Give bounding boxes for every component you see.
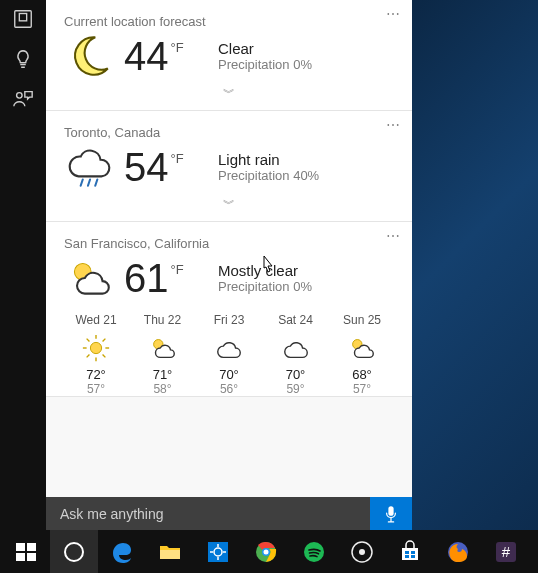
firefox-icon xyxy=(446,540,470,564)
edge-button[interactable] xyxy=(98,530,146,573)
svg-point-23 xyxy=(65,543,83,561)
partly-cloudy-icon xyxy=(347,333,377,363)
chrome-button[interactable] xyxy=(242,530,290,573)
chevron-down-icon[interactable]: ︾ xyxy=(64,85,394,102)
cortana-icon xyxy=(62,540,86,564)
media-button[interactable] xyxy=(338,530,386,573)
desktop-background[interactable] xyxy=(412,0,538,530)
partly-cloudy-icon xyxy=(148,333,178,363)
rain-icon xyxy=(64,142,114,192)
svg-rect-39 xyxy=(405,555,409,558)
svg-rect-37 xyxy=(405,551,409,554)
forecast-day[interactable]: Fri 23 70° 56° xyxy=(199,313,259,396)
forecast-day[interactable]: Sun 25 68° 57° xyxy=(332,313,392,396)
bulb-icon[interactable] xyxy=(12,48,34,70)
hash-icon: # xyxy=(494,540,518,564)
svg-text:#: # xyxy=(502,543,511,560)
partly-cloudy-icon xyxy=(64,253,114,303)
file-explorer-button[interactable] xyxy=(146,530,194,573)
svg-rect-1 xyxy=(19,14,26,21)
temperature-unit: °F xyxy=(171,262,184,277)
store-button[interactable] xyxy=(386,530,434,573)
windows-icon xyxy=(14,540,38,564)
settings-button[interactable] xyxy=(194,530,242,573)
moon-icon xyxy=(64,31,114,81)
forecast-strip: Wed 21 72° 57° Thu 22 71° 58° Fri 23 70°… xyxy=(64,313,394,396)
card-title: Toronto, Canada xyxy=(64,125,394,140)
chevron-down-icon[interactable]: ︾ xyxy=(64,196,394,213)
svg-rect-40 xyxy=(411,555,415,558)
svg-line-4 xyxy=(88,180,90,186)
weather-card-current[interactable]: ⋯ Current location forecast 44 °F Clear … xyxy=(46,0,412,111)
cloudy-icon xyxy=(214,333,244,363)
card-title: Current location forecast xyxy=(64,14,394,29)
temperature: 61 xyxy=(124,258,169,298)
precipitation: Precipitation 40% xyxy=(218,168,319,183)
svg-line-3 xyxy=(81,180,83,186)
svg-rect-20 xyxy=(27,543,36,551)
search-placeholder: Ask me anything xyxy=(46,506,370,522)
folder-icon xyxy=(158,540,182,564)
chrome-icon xyxy=(254,540,278,564)
svg-point-7 xyxy=(90,342,101,353)
cortana-left-rail xyxy=(0,0,46,530)
svg-rect-24 xyxy=(160,550,180,559)
mic-button[interactable] xyxy=(370,497,412,530)
cortana-panel: ⋯ Current location forecast 44 °F Clear … xyxy=(46,0,412,497)
svg-point-36 xyxy=(359,549,365,555)
slack-button[interactable]: # xyxy=(482,530,530,573)
temperature-unit: °F xyxy=(171,40,184,55)
svg-line-13 xyxy=(103,355,106,358)
svg-rect-21 xyxy=(16,553,25,561)
cortana-search-bar[interactable]: Ask me anything xyxy=(46,497,412,530)
svg-rect-38 xyxy=(411,551,415,554)
svg-line-5 xyxy=(95,180,97,186)
forecast-day[interactable]: Thu 22 71° 58° xyxy=(133,313,193,396)
svg-line-14 xyxy=(103,339,106,342)
disc-icon xyxy=(350,540,374,564)
gear-icon xyxy=(206,540,230,564)
person-chat-icon[interactable] xyxy=(12,88,34,110)
start-button[interactable] xyxy=(2,530,50,573)
temperature-unit: °F xyxy=(171,151,184,166)
card-more-icon[interactable]: ⋯ xyxy=(386,6,402,22)
store-icon xyxy=(398,540,422,564)
firefox-button[interactable] xyxy=(434,530,482,573)
forecast-day[interactable]: Sat 24 70° 59° xyxy=(266,313,326,396)
forecast-day[interactable]: Wed 21 72° 57° xyxy=(66,313,126,396)
card-more-icon[interactable]: ⋯ xyxy=(386,117,402,133)
svg-line-15 xyxy=(87,355,90,358)
cloudy-icon xyxy=(281,333,311,363)
mic-icon xyxy=(384,505,398,523)
condition: Mostly clear xyxy=(218,262,312,279)
precipitation: Precipitation 0% xyxy=(218,279,312,294)
weather-card-toronto[interactable]: ⋯ Toronto, Canada 54 °F Light rain Preci… xyxy=(46,111,412,222)
spotify-button[interactable] xyxy=(290,530,338,573)
spotify-icon xyxy=(302,540,326,564)
condition: Clear xyxy=(218,40,312,57)
temperature: 54 xyxy=(124,147,169,187)
svg-point-33 xyxy=(264,549,269,554)
svg-point-2 xyxy=(17,93,22,99)
temperature: 44 xyxy=(124,36,169,76)
card-more-icon[interactable]: ⋯ xyxy=(386,228,402,244)
svg-rect-22 xyxy=(27,553,36,561)
weather-card-sf[interactable]: ⋯ San Francisco, California 61 °F Mostly… xyxy=(46,222,412,397)
card-title: San Francisco, California xyxy=(64,236,394,251)
svg-rect-19 xyxy=(16,543,25,551)
cortana-button[interactable] xyxy=(50,530,98,573)
taskbar: # xyxy=(0,530,538,573)
condition: Light rain xyxy=(218,151,319,168)
precipitation: Precipitation 0% xyxy=(218,57,312,72)
svg-rect-18 xyxy=(388,506,393,516)
edge-icon xyxy=(110,540,134,564)
home-icon[interactable] xyxy=(12,8,34,30)
sunny-icon xyxy=(81,333,111,363)
svg-line-12 xyxy=(87,339,90,342)
